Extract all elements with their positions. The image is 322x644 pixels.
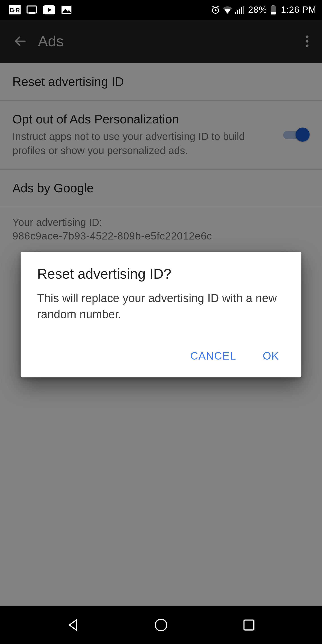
dialog-title: Reset advertising ID? <box>37 266 285 282</box>
ok-button[interactable]: OK <box>260 346 282 367</box>
clock-time: 1:26 PM <box>281 4 316 15</box>
youtube-icon <box>43 5 55 14</box>
wifi-icon <box>222 6 232 14</box>
svg-rect-10 <box>241 7 242 14</box>
reset-dialog: Reset advertising ID? This will replace … <box>20 252 301 378</box>
cancel-button[interactable]: CANCEL <box>187 346 240 367</box>
svg-point-18 <box>155 619 167 631</box>
nav-back-button[interactable] <box>63 615 83 635</box>
svg-rect-12 <box>272 5 274 6</box>
svg-rect-5 <box>62 6 71 14</box>
svg-rect-8 <box>237 10 238 14</box>
br-app-icon: B·R <box>9 5 21 14</box>
svg-text:B·R: B·R <box>10 7 20 13</box>
cast-icon <box>26 5 37 14</box>
nav-bar <box>0 606 322 644</box>
photos-icon <box>61 5 72 14</box>
alarm-icon <box>211 5 220 14</box>
svg-rect-9 <box>239 9 240 14</box>
dialog-actions: CANCEL OK <box>37 346 285 371</box>
dialog-message: This will replace your advertising ID wi… <box>37 290 285 323</box>
svg-rect-19 <box>244 620 254 630</box>
svg-rect-11 <box>243 6 244 14</box>
svg-rect-3 <box>29 12 35 14</box>
signal-icon <box>235 6 244 14</box>
nav-recents-button[interactable] <box>239 615 259 635</box>
battery-percent: 28% <box>248 4 267 15</box>
svg-rect-7 <box>235 12 236 14</box>
nav-home-button[interactable] <box>151 615 171 635</box>
svg-rect-2 <box>27 6 36 13</box>
svg-rect-14 <box>270 12 276 14</box>
battery-icon <box>270 5 276 15</box>
device-frame: B·R 28% 1: <box>0 0 322 644</box>
status-bar: B·R 28% 1: <box>0 0 322 20</box>
